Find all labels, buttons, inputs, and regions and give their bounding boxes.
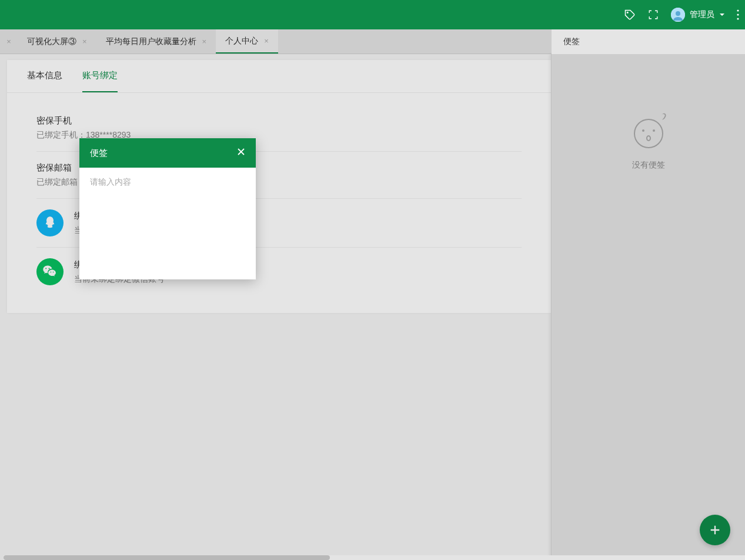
fullscreen-icon[interactable] xyxy=(647,9,659,21)
note-content-input[interactable] xyxy=(90,177,245,230)
svg-point-4 xyxy=(737,14,739,15)
notes-side-title: 便签 xyxy=(552,29,745,54)
user-menu[interactable]: 管理员 xyxy=(671,8,725,22)
more-menu-icon[interactable] xyxy=(737,9,739,20)
horizontal-scrollbar[interactable] xyxy=(4,555,745,560)
svg-point-0 xyxy=(627,12,628,13)
avatar xyxy=(671,8,685,22)
note-dialog: 便签 xyxy=(79,138,256,279)
app-header: 管理员 xyxy=(0,0,745,29)
svg-point-5 xyxy=(737,18,739,19)
user-label: 管理员 xyxy=(690,9,714,20)
svg-point-3 xyxy=(737,9,739,11)
svg-point-2 xyxy=(676,11,680,16)
note-dialog-title: 便签 xyxy=(90,148,108,159)
overlay-mask[interactable] xyxy=(0,29,745,560)
tag-icon[interactable] xyxy=(624,9,636,21)
close-icon[interactable] xyxy=(237,148,245,158)
chevron-down-icon xyxy=(719,12,725,18)
